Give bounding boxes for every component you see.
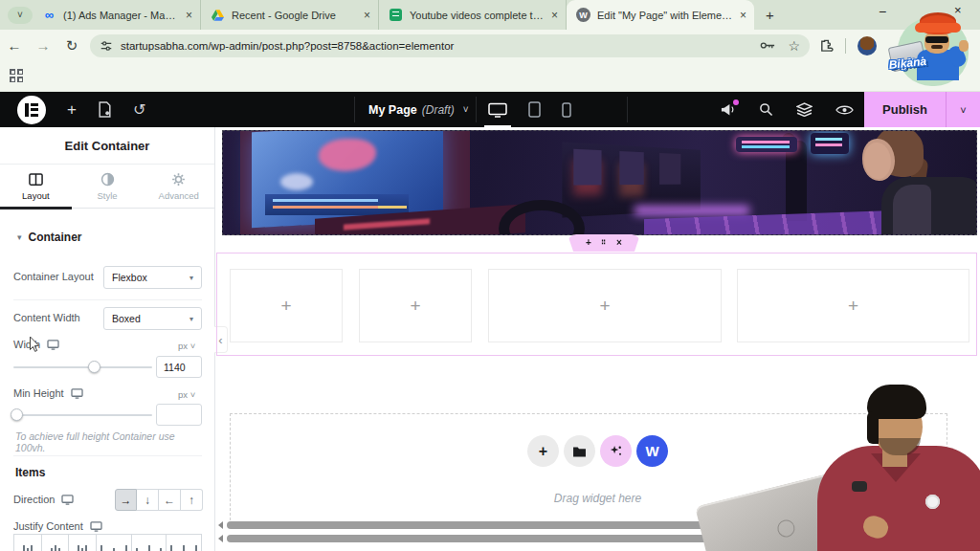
- history-icon[interactable]: ↺: [133, 100, 145, 119]
- min-height-input[interactable]: [156, 404, 202, 426]
- direction-row-button[interactable]: →: [115, 489, 137, 511]
- add-widget-icon[interactable]: +: [599, 296, 610, 317]
- mobile-view-button[interactable]: [562, 102, 571, 118]
- wordpress-widgets-button[interactable]: W: [636, 435, 668, 467]
- width-unit-select[interactable]: px ˅: [178, 341, 195, 351]
- tab-elementor-active[interactable]: W Edit "My Page" with Elementor ×: [567, 0, 754, 30]
- window-close-button[interactable]: ×: [954, 3, 962, 17]
- editor-canvas: ‹ + ⠿ ×: [215, 127, 980, 551]
- content-width-select[interactable]: Boxed▾: [103, 307, 202, 330]
- min-height-slider[interactable]: [13, 414, 152, 416]
- justify-space-around-button[interactable]: [132, 534, 167, 551]
- width-slider[interactable]: [13, 366, 152, 368]
- finder-search-icon[interactable]: [759, 102, 773, 117]
- close-tab-icon[interactable]: ×: [551, 9, 558, 22]
- forward-button[interactable]: →: [29, 37, 57, 54]
- container-layout-select[interactable]: Flexbox▾: [103, 266, 202, 289]
- scroll-left-arrow[interactable]: [218, 521, 223, 529]
- scroll-left-arrow[interactable]: [218, 535, 223, 542]
- preview-eye-icon[interactable]: [835, 104, 854, 116]
- desktop-view-button[interactable]: [488, 102, 507, 118]
- bookmark-star-icon[interactable]: ☆: [788, 38, 800, 54]
- window-minimize-button[interactable]: −: [879, 4, 886, 19]
- tablet-view-button[interactable]: [528, 101, 541, 118]
- container-handle[interactable]: + ⠿ ×: [568, 234, 640, 252]
- browser-menu-icon[interactable]: ⋮: [938, 38, 950, 53]
- add-widget-icon[interactable]: +: [848, 296, 858, 317]
- tab-advanced[interactable]: Advanced: [143, 165, 214, 208]
- responsive-monitor-icon[interactable]: [71, 388, 83, 399]
- apps-grid-icon[interactable]: [10, 69, 23, 82]
- direction-column-button[interactable]: ↓: [137, 489, 159, 511]
- panel-title: Edit Container: [0, 139, 214, 153]
- tab-ads-manager[interactable]: ∞ (1) Ads Manager - Manage ads ×: [33, 0, 201, 30]
- horizontal-scrollbar[interactable]: [227, 521, 966, 529]
- add-widget-actions: + W: [215, 435, 980, 467]
- justify-space-between-button[interactable]: [97, 534, 132, 551]
- scroll-right-arrow[interactable]: [973, 536, 978, 543]
- divider: [627, 97, 628, 122]
- structure-layers-icon[interactable]: [796, 102, 813, 117]
- delete-container-icon[interactable]: ×: [616, 238, 622, 248]
- content-width-label: Content Width: [13, 312, 80, 323]
- extensions-icon[interactable]: [819, 38, 834, 53]
- empty-container-column[interactable]: +: [488, 269, 722, 342]
- mouse-cursor: [29, 336, 41, 353]
- direction-label: Direction: [13, 494, 74, 505]
- close-tab-icon[interactable]: ×: [186, 9, 192, 22]
- empty-container-column[interactable]: +: [737, 269, 969, 342]
- min-height-slider-knob[interactable]: [11, 408, 23, 421]
- justify-center-button[interactable]: [42, 534, 70, 551]
- direction-row-reverse-button[interactable]: ←: [159, 489, 181, 511]
- tab-layout[interactable]: Layout: [0, 165, 72, 208]
- close-tab-icon[interactable]: ×: [740, 9, 746, 22]
- justify-start-button[interactable]: [13, 534, 42, 551]
- url-text[interactable]: startupsabha.com/wp-admin/post.php?post=…: [121, 40, 752, 52]
- responsive-monitor-icon[interactable]: [47, 340, 59, 350]
- section-container-header[interactable]: ▾ Container: [17, 231, 82, 244]
- add-widget-icon[interactable]: +: [410, 296, 420, 317]
- responsive-monitor-icon[interactable]: [61, 495, 74, 505]
- elementor-menu-button[interactable]: [17, 96, 46, 124]
- new-tab-button[interactable]: +: [766, 7, 774, 23]
- justify-space-evenly-button[interactable]: [167, 534, 202, 551]
- select-caret-icon: ▾: [189, 315, 193, 323]
- empty-container-column[interactable]: +: [230, 269, 343, 342]
- justify-end-button[interactable]: [69, 534, 97, 551]
- address-bar[interactable]: startupsabha.com/wp-admin/post.php?post=…: [90, 34, 810, 57]
- direction-column-reverse-button[interactable]: ↑: [181, 489, 203, 511]
- whats-new-icon[interactable]: [720, 102, 736, 117]
- tab-style[interactable]: Style: [72, 165, 144, 208]
- hero-image-container[interactable]: [222, 130, 977, 235]
- document-title[interactable]: My Page (Draft) ˅: [368, 103, 469, 117]
- add-container-icon[interactable]: +: [586, 238, 591, 248]
- width-slider-knob[interactable]: [88, 361, 100, 373]
- section-caret-icon: ▾: [17, 232, 22, 242]
- responsive-monitor-icon[interactable]: [90, 521, 102, 532]
- close-tab-icon[interactable]: ×: [364, 9, 370, 22]
- horizontal-scrollbar[interactable]: [227, 535, 980, 542]
- browser-tab-strip: ˅ ∞ (1) Ads Manager - Manage ads × Recen…: [0, 0, 980, 30]
- profile-avatar[interactable]: [858, 36, 877, 55]
- add-widget-icon[interactable]: +: [280, 296, 291, 317]
- width-input[interactable]: 1140: [156, 356, 202, 378]
- empty-container-column[interactable]: +: [359, 269, 472, 342]
- direction-options: → ↓ ← ↑: [115, 489, 203, 511]
- add-element-button[interactable]: +: [67, 100, 77, 120]
- ai-builder-button[interactable]: [600, 435, 632, 467]
- tab-search-button[interactable]: ˅: [8, 7, 33, 24]
- scroll-right-arrow[interactable]: [971, 521, 976, 529]
- min-height-unit-select[interactable]: px ˅: [178, 389, 195, 400]
- drag-container-icon[interactable]: ⠿: [601, 240, 607, 247]
- password-manager-icon[interactable]: [760, 40, 776, 51]
- add-container-button[interactable]: +: [527, 435, 559, 467]
- site-settings-icon[interactable]: [100, 39, 113, 53]
- page-settings-icon[interactable]: [98, 101, 112, 118]
- back-button[interactable]: ←: [0, 37, 29, 54]
- tab-youtube-sheet[interactable]: Youtube videos complete topic ×: [379, 0, 567, 30]
- reload-button[interactable]: ↻: [57, 37, 86, 55]
- publish-button[interactable]: Publish: [864, 102, 946, 117]
- template-library-button[interactable]: [564, 435, 595, 467]
- tab-google-drive[interactable]: Recent - Google Drive ×: [201, 0, 379, 30]
- publish-options-chevron[interactable]: ˅: [947, 104, 980, 116]
